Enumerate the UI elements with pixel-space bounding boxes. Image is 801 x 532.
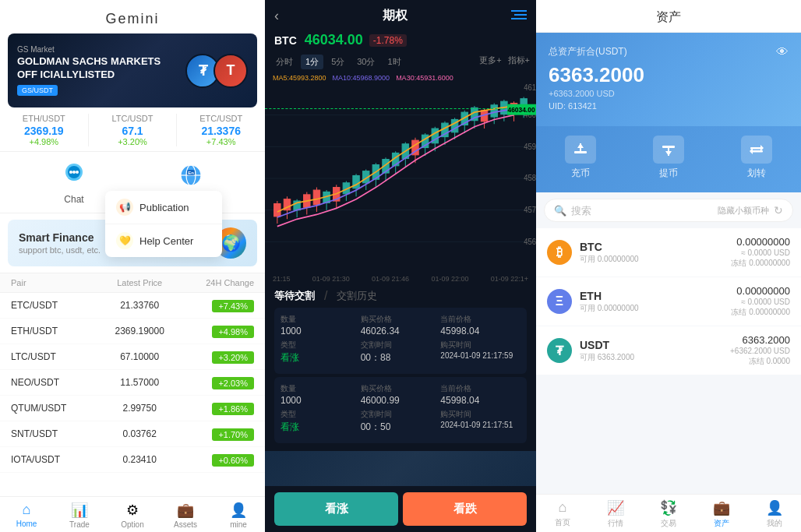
dropdown-publication[interactable]: 📢 Publication [105,191,222,224]
right-bottom-nav: ⌂ 首页 📈 行情 💱 交易 💼 资产 👤 我的 [536,494,801,532]
col-change: 24H Change [182,278,254,287]
table-row[interactable]: IOTA/USDT 0.23410 +0.60% [0,447,265,473]
usdt-name: USDT [580,339,730,351]
btn-transfer[interactable]: 划转 [741,136,772,180]
btc-usd: ≈ 0.0000 USD [731,248,790,257]
type-val-2: 看涨 [281,421,361,434]
btn-bearish[interactable]: 看跌 [403,492,527,526]
coin-row-eth[interactable]: Ξ ETH 可用 0.00000000 0.00000000 ≈ 0.0000 … [536,277,801,326]
rbn-mine[interactable]: 👤 我的 [748,499,801,529]
tab-waiting[interactable]: 等待交割 [274,289,315,303]
svg-rect-80 [574,151,587,153]
tf-1m[interactable]: 1分 [301,55,323,69]
app-title: Gemini [0,0,265,33]
deposit-icon [565,136,596,164]
assets-title: 总资产折合(USDT) [549,45,789,58]
eye-icon[interactable]: 👁 [776,45,789,59]
ticker-eth[interactable]: ETH/USDT 2369.19 +4.98% [0,114,89,146]
nav-assets-label: Assets [174,520,197,529]
svg-text:En: En [188,171,194,175]
refresh-icon[interactable]: ↻ [774,204,783,217]
rbn-trade[interactable]: 💱 交易 [642,499,695,529]
table-row[interactable]: QTUM/USDT 2.99750 +1.86% [0,396,265,421]
table-row[interactable]: ETC/USDT 21.33760 +7.43% [0,293,265,319]
btn-withdraw[interactable]: 提币 [653,136,684,180]
usdt-usd: +6362.2000 USD [730,347,790,355]
market-table: ETC/USDT 21.33760 +7.43% ETH/USDT 2369.1… [0,293,265,473]
rbn-market[interactable]: 📈 行情 [589,499,642,529]
dropdown-help[interactable]: 💛 Help Center [105,224,222,257]
ticker-ltc[interactable]: LTC/USDT 67.1 +3.20% [89,114,178,146]
table-row[interactable]: NEO/USDT 11.57000 +2.03% [0,370,265,396]
left-bottom-nav: ⌂ Home 📊 Trade ⚙ Option 💼 Assets 👤 mine [0,496,265,532]
nav-chat-label: Chat [64,194,83,205]
eth-usd: ≈ 0.0000 USD [731,298,790,306]
ma10-label: MA10:45968.9000 [333,74,390,82]
rbn-home-icon: ⌂ [559,499,567,516]
transfer-icon [741,136,772,164]
mine-icon: 👤 [230,502,247,519]
ticker-ltc-change: +3.20% [89,137,177,146]
rbn-home-label: 首页 [555,517,570,528]
chart-change: -1.78% [369,34,407,47]
hide-small-label: 隐藏小额币种 [718,205,769,217]
language-icon: En [177,161,205,189]
qty-label-1: 数量 [281,314,361,325]
svg-text:45600.00: 45600.00 [524,237,536,246]
ticker-row: ETH/USDT 2369.19 +4.98% LTC/USDT 67.1 +3… [0,107,265,152]
ma-labels: MA5:45993.2800 MA10:45968.9000 MA30:4593… [265,72,536,83]
candlestick-chart: 46100.00 46000.00 45900.00 45800.00 4570… [265,83,536,273]
tf-5m[interactable]: 5分 [326,55,349,69]
btn-bullish[interactable]: 看涨 [274,492,398,526]
menu-icon[interactable] [511,9,527,23]
ticker-etc-change: +7.43% [177,137,265,146]
rbn-home[interactable]: ⌂ 首页 [536,499,589,529]
tf-indicator[interactable]: 指标+ [508,55,530,69]
ma30-label: MA30:45931.6000 [396,74,453,82]
dropdown-help-label: Help Center [139,235,193,247]
nav-home[interactable]: ⌂ Home [0,502,53,529]
tf-more[interactable]: 更多+ [479,55,501,69]
chart-header: BTC 46034.00 -1.78% [265,29,536,51]
search-input[interactable] [571,205,711,217]
ticker-etc-pair: ETC/USDT [177,114,265,123]
rbn-trade-label: 交易 [661,518,676,529]
back-button[interactable]: ‹ [274,8,279,24]
nav-trade[interactable]: 📊 Trade [53,502,106,529]
right-panel: 资产 总资产折合(USDT) 6363.2000 +6363.2000 USD … [536,0,801,532]
coin-row-btc[interactable]: ₿ BTC 可用 0.00000000 0.00000000 ≈ 0.0000 … [536,228,801,277]
type-label-1: 类型 [281,340,361,351]
time-label-2: 交割时间 [361,409,441,420]
ticker-etc[interactable]: ETC/USDT 21.3376 +7.43% [177,114,265,146]
nav-option[interactable]: ⚙ Option [106,502,159,529]
nav-assets[interactable]: 💼 Assets [159,502,212,529]
coin-row-usdt[interactable]: ₮ USDT 可用 6363.2000 6363.2000 +6362.2000… [536,326,801,375]
rbn-mine-label: 我的 [767,518,782,529]
rbn-assets-icon: 💼 [713,499,730,516]
qty-val-2: 1000 [281,395,361,406]
svg-point-3 [72,171,76,174]
tab-history[interactable]: 交割历史 [337,289,377,303]
option-icon: ⚙ [126,502,139,519]
tf-30m[interactable]: 30分 [352,55,379,69]
left-panel: Gemini GS Market GOLDMAN SACHS MARKETS O… [0,0,265,532]
trade-icon: 📊 [71,502,88,519]
time-val-1: 00：88 [361,351,441,365]
rbn-assets[interactable]: 💼 资产 [695,499,748,529]
buytime-label-1: 购买时间 [440,340,520,351]
curprice-val-1: 45998.04 [440,326,520,336]
search-bar: 🔍 隐藏小额币种 ↻ [544,199,793,222]
rbn-market-label: 行情 [608,518,623,529]
btn-deposit[interactable]: 充币 [565,136,596,180]
usdt-logo: ₮ [547,338,572,363]
nav-mine[interactable]: 👤 mine [212,502,265,529]
table-row[interactable]: SNT/USDT 0.03762 +1.70% [0,421,265,447]
ma5-label: MA5:45993.2800 [273,74,326,82]
tf-fenshi[interactable]: 分时 [271,55,298,69]
tf-1h[interactable]: 1时 [383,55,406,69]
buytime-val-1: 2024-01-09 21:17:59 [440,351,520,360]
table-row[interactable]: ETH/USDT 2369.19000 +4.98% [0,319,265,344]
curprice-label-2: 当前价格 [440,383,520,394]
qty-label-2: 数量 [281,383,361,394]
table-row[interactable]: LTC/USDT 67.10000 +3.20% [0,344,265,370]
